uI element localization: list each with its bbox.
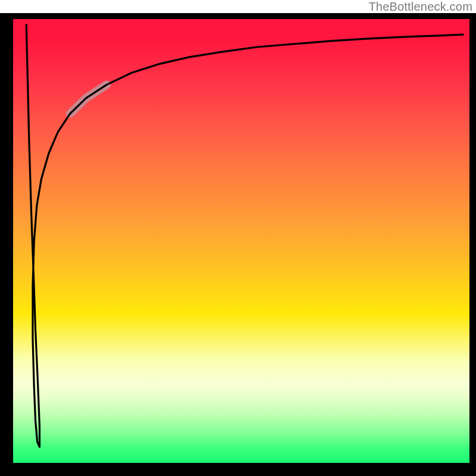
chart-container: TheBottleneck.com (0, 0, 476, 476)
plot-area (0, 13, 476, 476)
curve-svg (0, 13, 476, 476)
attribution-label: TheBottleneck.com (368, 0, 472, 14)
bottleneck-curve (26, 25, 463, 447)
